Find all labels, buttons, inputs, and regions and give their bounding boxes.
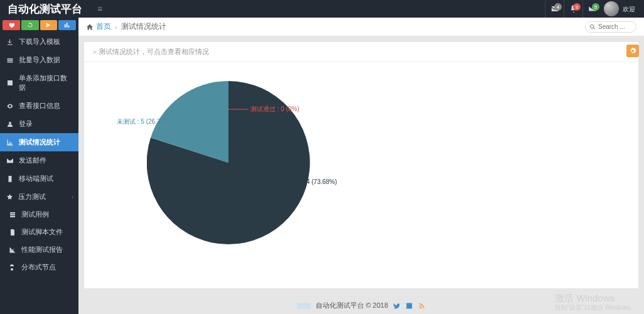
menu-toggle-icon[interactable]: ≡ <box>97 4 102 14</box>
sidebar-section-stress[interactable]: 压力测试‹ <box>0 188 78 206</box>
pie-chart[interactable]: 测试通过 : 0 (0%) 未测试 : 5 (26.32%) 测试失败 : 14… <box>84 62 638 288</box>
chevron-left-icon: ‹ <box>72 194 73 200</box>
sidebar-item-label: 登录 <box>19 119 33 129</box>
footer-text: 自动化测试平台 © 2018 <box>316 301 389 310</box>
sidebar-sub-perf-report[interactable]: 性能测试报告 <box>0 241 78 259</box>
sidebar-item-single-add[interactable]: 单条添加接口数据 <box>0 69 78 97</box>
facebook-icon[interactable] <box>405 302 413 310</box>
sidebar-item-label: 查看接口信息 <box>19 101 60 111</box>
theme-row <box>0 18 78 33</box>
mail-icon[interactable]: 4 <box>545 0 564 18</box>
sidebar-item-label: 测试脚本文件 <box>21 228 63 237</box>
sidebar-section-label: 压力测试 <box>18 192 46 202</box>
mail-badge: 4 <box>554 3 562 11</box>
main-content: 首页 › 测试情况统计 测试情况统计，可点击查看相应情况 <box>78 18 644 314</box>
home-icon <box>86 23 94 31</box>
label-untested[interactable]: 未测试 : 5 (26.32%) <box>117 117 171 126</box>
sidebar-sub-nodes[interactable]: 分布式节点 <box>0 259 78 276</box>
panel-settings-button[interactable] <box>626 45 639 57</box>
envelope-icon[interactable]: 5 <box>582 0 601 18</box>
topbar: 自动化测试平台 ≡ 4 8 5 欢迎 <box>0 0 644 18</box>
windows-watermark: 激活 Windows 转到“设置”以激活 Windows。 <box>555 293 636 311</box>
bell-icon[interactable]: 8 <box>564 0 582 18</box>
twitter-icon[interactable] <box>393 302 400 310</box>
sidebar-item-login[interactable]: 登录 <box>0 115 78 133</box>
theme-red[interactable] <box>3 20 20 30</box>
topbar-right: 4 8 5 欢迎 <box>545 0 639 18</box>
search-box[interactable] <box>585 21 636 33</box>
env-badge: 5 <box>592 3 599 11</box>
sidebar-item-send-mail[interactable]: 发送邮件 <box>0 151 78 170</box>
panel-hint: 测试情况统计，可点击查看相应情况 <box>84 42 638 62</box>
sidebar-item-label: 发送邮件 <box>19 156 46 165</box>
sidebar-item-test-stats[interactable]: 测试情况统计 <box>0 133 78 151</box>
bell-badge: 8 <box>573 3 581 11</box>
sidebar-item-label: 移动端测试 <box>19 174 53 183</box>
rss-icon[interactable] <box>418 302 426 310</box>
breadcrumb-current: 测试情况统计 <box>121 21 166 32</box>
sidebar-item-mobile-test[interactable]: 移动端测试 <box>0 170 78 188</box>
sidebar-item-label: 测试情况统计 <box>19 138 60 147</box>
footer-logo <box>297 303 311 309</box>
sidebar-sub-script[interactable]: 测试脚本文件 <box>0 224 78 241</box>
breadcrumb-sep: › <box>115 23 117 31</box>
avatar <box>604 1 619 16</box>
sidebar-item-view-api[interactable]: 查看接口信息 <box>0 97 78 115</box>
brand: 自动化测试平台 <box>8 2 82 16</box>
search-icon <box>589 24 596 30</box>
welcome-text: 欢迎 <box>623 6 635 13</box>
gear-icon <box>629 47 636 55</box>
breadcrumb: 首页 › 测试情况统计 <box>78 18 644 36</box>
sidebar-item-label: 单条添加接口数据 <box>19 73 72 92</box>
theme-blue[interactable] <box>58 20 76 30</box>
breadcrumb-home[interactable]: 首页 <box>96 21 111 32</box>
sidebar-item-batch-import[interactable]: 批量导入数据 <box>0 51 78 69</box>
sidebar-item-label: 下载导入模板 <box>19 37 60 46</box>
label-pass[interactable]: 测试通过 : 0 (0%) <box>250 105 299 114</box>
search-input[interactable] <box>598 23 630 30</box>
sidebar-item-label: 测试用例 <box>21 210 49 219</box>
sidebar-item-label: 批量导入数据 <box>19 55 60 65</box>
theme-orange[interactable] <box>40 20 58 30</box>
stats-panel: 测试情况统计，可点击查看相应情况 测试通过 : 0 (0%) 未测试 : 5 (… <box>83 41 639 289</box>
sidebar-sub-testcase[interactable]: 测试用例 <box>0 206 78 224</box>
label-fail[interactable]: 测试失败 : 14 (73.68%) <box>272 178 337 187</box>
user-menu[interactable]: 欢迎 <box>604 1 639 16</box>
sidebar-item-label: 性能测试报告 <box>21 246 63 254</box>
sidebar-item-download-template[interactable]: 下载导入模板 <box>0 33 78 51</box>
sidebar: 下载导入模板 批量导入数据 单条添加接口数据 查看接口信息 登录 测试情况统计 … <box>0 18 78 314</box>
theme-green[interactable] <box>21 20 39 30</box>
sidebar-item-label: 分布式节点 <box>21 263 56 272</box>
